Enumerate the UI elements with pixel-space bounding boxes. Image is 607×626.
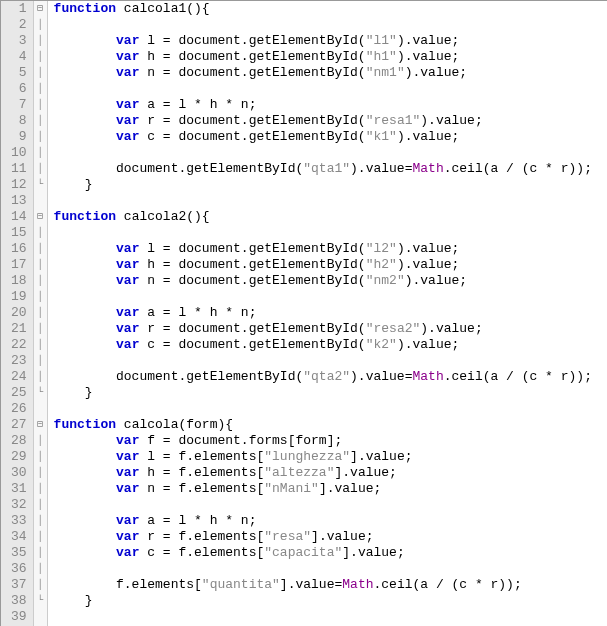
code-token: .ceil(a / (c * r)); — [444, 161, 592, 176]
code-token: ].value; — [319, 481, 381, 496]
code-line[interactable]: var h = document.getElementById("h2").va… — [54, 257, 607, 273]
code-line[interactable]: var n = document.getElementById("nm2").v… — [54, 273, 607, 289]
code-line[interactable]: var h = document.getElementById("h1").va… — [54, 49, 607, 65]
code-token: ).value; — [397, 33, 459, 48]
code-line[interactable]: document.getElementById("qta2").value=Ma… — [54, 369, 607, 385]
code-token — [54, 65, 116, 80]
line-number: 2 — [11, 17, 27, 33]
code-token: l = document.getElementById( — [139, 241, 365, 256]
code-line[interactable]: var n = document.getElementById("nm1").v… — [54, 65, 607, 81]
code-token: .ceil(a / (c * r)); — [374, 577, 522, 592]
code-token: Math — [342, 577, 373, 592]
code-line[interactable]: function calcola(form){ — [54, 417, 607, 433]
code-token: c = document.getElementById( — [139, 337, 365, 352]
code-line[interactable]: var r = document.getElementById("resa1")… — [54, 113, 607, 129]
code-line[interactable]: var a = l * h * n; — [54, 97, 607, 113]
code-line[interactable]: var c = document.getElementById("k2").va… — [54, 337, 607, 353]
line-number: 11 — [11, 161, 27, 177]
code-line[interactable]: function calcola1(){ — [54, 1, 607, 17]
code-token — [54, 545, 116, 560]
code-line[interactable] — [54, 81, 607, 97]
code-token: var — [116, 241, 139, 256]
code-line[interactable]: var n = f.elements["nMani"].value; — [54, 481, 607, 497]
code-token: "altezza" — [264, 465, 334, 480]
fold-guide: │ — [34, 497, 47, 513]
code-line[interactable]: var a = l * h * n; — [54, 305, 607, 321]
code-token — [54, 129, 116, 144]
code-editor[interactable]: 1234567891011121314151617181920212223242… — [1, 1, 607, 626]
code-token: var — [116, 449, 139, 464]
code-line[interactable] — [54, 401, 607, 417]
code-token: ).value; — [397, 129, 459, 144]
fold-toggle-icon[interactable]: ⊟ — [34, 417, 47, 433]
code-line[interactable]: var l = f.elements["lunghezza"].value; — [54, 449, 607, 465]
code-token: (){ — [186, 1, 209, 16]
code-token: .ceil(a / (c * r)); — [444, 369, 592, 384]
code-line[interactable]: function calcola2(){ — [54, 209, 607, 225]
code-line[interactable]: } — [54, 593, 607, 609]
line-number: 34 — [11, 529, 27, 545]
fold-guide: │ — [34, 433, 47, 449]
line-number: 15 — [11, 225, 27, 241]
code-line[interactable]: var l = document.getElementById("l1").va… — [54, 33, 607, 49]
code-line[interactable] — [54, 225, 607, 241]
fold-column[interactable]: ⊟││││││││││└⊟││││││││││└⊟││││││││││└ — [34, 1, 48, 626]
code-line[interactable] — [54, 145, 607, 161]
code-line[interactable] — [54, 17, 607, 33]
code-token: ).value; — [397, 49, 459, 64]
code-token: a = l * h * n; — [139, 97, 256, 112]
code-line[interactable] — [54, 193, 607, 209]
fold-guide: │ — [34, 33, 47, 49]
code-token: "h2" — [366, 257, 397, 272]
code-token: function — [54, 417, 124, 432]
code-line[interactable]: var h = f.elements["altezza"].value; — [54, 465, 607, 481]
code-token: a = l * h * n; — [139, 513, 256, 528]
code-token — [54, 433, 116, 448]
code-line[interactable]: var r = f.elements["resa"].value; — [54, 529, 607, 545]
code-line[interactable] — [54, 609, 607, 625]
code-token: ].value; — [342, 545, 404, 560]
code-line[interactable]: var c = f.elements["capacita"].value; — [54, 545, 607, 561]
code-line[interactable]: var a = l * h * n; — [54, 513, 607, 529]
code-token: "qta1" — [303, 161, 350, 176]
code-token — [54, 481, 116, 496]
code-token: var — [116, 513, 139, 528]
code-token — [54, 305, 116, 320]
code-token — [54, 257, 116, 272]
code-line[interactable]: var r = document.getElementById("resa2")… — [54, 321, 607, 337]
fold-guide: │ — [34, 113, 47, 129]
line-number: 24 — [11, 369, 27, 385]
fold-toggle-icon[interactable]: ⊟ — [34, 1, 47, 17]
code-line[interactable] — [54, 289, 607, 305]
line-number: 27 — [11, 417, 27, 433]
code-token: n = document.getElementById( — [139, 273, 365, 288]
line-number: 6 — [11, 81, 27, 97]
code-token: "k1" — [366, 129, 397, 144]
code-line[interactable] — [54, 561, 607, 577]
line-number: 21 — [11, 321, 27, 337]
fold-guide: │ — [34, 225, 47, 241]
line-number: 36 — [11, 561, 27, 577]
code-token: var — [116, 545, 139, 560]
code-token: ].value= — [280, 577, 342, 592]
code-line[interactable]: } — [54, 177, 607, 193]
code-token — [54, 529, 116, 544]
code-area[interactable]: function calcola1(){ var l = document.ge… — [48, 1, 607, 626]
fold-guide: │ — [34, 449, 47, 465]
code-token: "capacita" — [264, 545, 342, 560]
code-line[interactable] — [54, 497, 607, 513]
code-line[interactable]: } — [54, 385, 607, 401]
line-number: 38 — [11, 593, 27, 609]
fold-toggle-icon[interactable]: ⊟ — [34, 209, 47, 225]
code-line[interactable]: var l = document.getElementById("l2").va… — [54, 241, 607, 257]
code-line[interactable] — [54, 353, 607, 369]
code-line[interactable]: f.elements["quantita"].value=Math.ceil(a… — [54, 577, 607, 593]
line-number: 29 — [11, 449, 27, 465]
line-number: 17 — [11, 257, 27, 273]
code-token: calcola2 — [124, 209, 186, 224]
fold-guide: │ — [34, 273, 47, 289]
code-token: "resa" — [264, 529, 311, 544]
code-line[interactable]: document.getElementById("qta1").value=Ma… — [54, 161, 607, 177]
code-line[interactable]: var c = document.getElementById("k1").va… — [54, 129, 607, 145]
code-line[interactable]: var f = document.forms[form]; — [54, 433, 607, 449]
